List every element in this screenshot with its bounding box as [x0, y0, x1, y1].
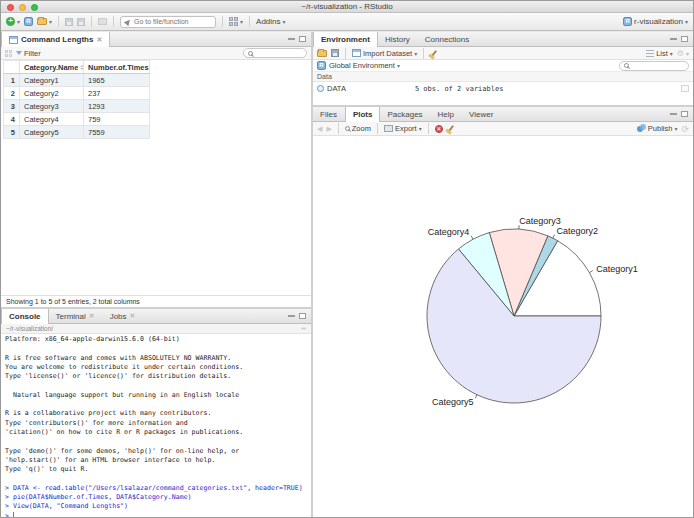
new-file-button[interactable]: +▾ [6, 17, 20, 26]
next-plot-icon[interactable]: ▶ [326, 125, 331, 133]
save-all-button[interactable] [77, 18, 85, 26]
column-header-category-name[interactable]: Category.Name [20, 61, 84, 74]
save-button[interactable] [65, 18, 73, 26]
console-command-line: > View(DATA, "Command Lengths") [5, 502, 307, 511]
addins-label: Addins [256, 17, 280, 26]
project-menu-button[interactable]: Rr-visualization▾ [623, 17, 688, 26]
console-path-bar: ~/r-visualization/ ✎ [1, 324, 311, 334]
tab-jobs[interactable]: Jobs✕ [103, 309, 144, 323]
environment-object-row[interactable]: DATA 5 obs. of 2 variables [313, 82, 693, 95]
remove-plot-icon[interactable]: ✕ [435, 125, 443, 133]
import-dataset-button[interactable]: Import Dataset▾ [352, 49, 417, 58]
pane-buttons [288, 309, 311, 323]
refresh-menu-button[interactable]: ⚙▾ [677, 49, 689, 58]
tab-terminal[interactable]: Terminal✕ [49, 309, 103, 323]
console-output-line: Type 'license()' or 'licence()' for dist… [5, 372, 307, 381]
environment-pane: Environment History Connections Import D… [313, 32, 693, 105]
maximize-pane-icon[interactable] [299, 313, 306, 319]
environment-scope-button[interactable]: Global Environment▾ [329, 61, 400, 70]
maximize-pane-icon[interactable] [681, 111, 688, 117]
chevron-down-icon: ▾ [240, 18, 243, 25]
minimize-window-button[interactable] [19, 4, 26, 11]
toolbar-separator [423, 48, 424, 59]
console-output-line: Natural language support but running in … [5, 391, 307, 400]
goto-file-function-box[interactable] [120, 16, 216, 28]
publish-button[interactable]: Publish▾ [637, 124, 678, 133]
list-view-button[interactable]: List▾ [646, 49, 673, 58]
tab-help[interactable]: Help [431, 107, 462, 121]
publish-icon [637, 124, 646, 133]
close-window-button[interactable] [7, 4, 14, 11]
filter-button[interactable]: Filter [16, 49, 41, 58]
table-icon [9, 36, 18, 44]
open-file-button[interactable]: ▾ [37, 18, 52, 25]
tab-console[interactable]: Console [1, 309, 49, 324]
environment-section-header: Data [313, 72, 693, 82]
refresh-plot-icon[interactable]: ⟳ [681, 124, 689, 134]
tab-history[interactable]: History [378, 32, 418, 46]
maximize-pane-icon[interactable] [681, 36, 688, 42]
close-icon[interactable]: ✕ [130, 312, 136, 320]
goto-file-function-input[interactable] [134, 18, 211, 25]
table-row[interactable]: 1Category11965 [4, 74, 150, 87]
chevron-down-icon: ▾ [283, 18, 286, 25]
pane-layout-button[interactable]: ▾ [229, 17, 243, 26]
console-output-line: R is a collaborative project with many c… [5, 409, 307, 418]
new-project-button[interactable]: R [24, 17, 33, 26]
toolbar-separator [377, 123, 378, 134]
chevron-down-icon: ▾ [670, 50, 673, 57]
working-directory[interactable]: ~/r-visualization/ [6, 325, 53, 332]
previous-plot-icon[interactable]: ◀ [317, 125, 322, 133]
console-output-line: 'help.start()' for an HTML browser inter… [5, 456, 307, 465]
table-row[interactable]: 3Category31293 [4, 100, 150, 113]
import-dataset-icon [352, 49, 361, 57]
zoom-window-button[interactable] [31, 4, 38, 11]
goto-arrow-icon [124, 17, 132, 25]
table-row[interactable]: 5Category57559 [4, 126, 150, 139]
tab-packages[interactable]: Packages [380, 107, 430, 121]
viewer-status: Showing 1 to 5 of 5 entries, 2 total col… [1, 295, 311, 307]
table-row[interactable]: 2Category2237 [4, 87, 150, 100]
tab-connections[interactable]: Connections [418, 32, 477, 46]
load-workspace-button[interactable] [317, 50, 327, 57]
zoom-plot-button[interactable]: Zoom [345, 124, 371, 133]
tab-files[interactable]: Files [313, 107, 345, 121]
console-output-line: R is free software and comes with ABSOLU… [5, 354, 307, 363]
environment-search-box[interactable] [619, 61, 689, 71]
console-output-line: Type 'demo()' for some demos, 'help()' f… [5, 447, 307, 456]
tab-command-lengths[interactable]: Command Lengths ✕ [1, 32, 110, 47]
column-header-number-of-times[interactable]: Number.of.Times [84, 61, 150, 74]
plots-toolbar: ◀ ▶ Zoom Export▾ ✕ Publish▾ ⟳ [313, 122, 693, 136]
addins-button[interactable]: Addins▾ [256, 17, 285, 26]
viewer-search-box[interactable] [243, 48, 307, 58]
plot-area: Category1Category2Category3Category4Cate… [313, 136, 693, 517]
search-icon [248, 51, 253, 56]
pie-label: Category4 [428, 227, 470, 237]
minimize-pane-icon[interactable] [288, 315, 295, 317]
project-label: r-visualization [634, 17, 683, 26]
view-object-button[interactable] [681, 85, 689, 92]
tab-viewer[interactable]: Viewer [462, 107, 501, 121]
print-button[interactable] [98, 18, 107, 25]
minimize-pane-icon[interactable] [670, 113, 677, 115]
minimize-pane-icon[interactable] [670, 38, 677, 40]
popout-button[interactable] [5, 50, 12, 57]
clear-all-plots-icon[interactable] [448, 125, 454, 132]
minimize-pane-icon[interactable] [288, 38, 295, 40]
clear-workspace-icon[interactable] [431, 50, 437, 57]
object-name: DATA [327, 84, 346, 93]
table-row[interactable]: 4Category4759 [4, 113, 150, 126]
toolbar-separator [338, 123, 339, 134]
close-icon[interactable]: ✕ [96, 36, 102, 44]
save-workspace-button[interactable] [331, 49, 339, 57]
close-icon[interactable]: ✕ [89, 312, 95, 320]
environment-scope-row: R Global Environment▾ [313, 60, 693, 72]
export-plot-button[interactable]: Export▾ [384, 124, 422, 133]
pie-label: Category3 [519, 216, 561, 226]
toolbar-separator [249, 16, 250, 27]
tab-environment[interactable]: Environment [313, 32, 378, 47]
tab-plots[interactable]: Plots [345, 107, 381, 122]
console-output[interactable]: Platform: x86_64-apple-darwin15.6.0 (64-… [1, 334, 311, 517]
new-file-icon: + [6, 17, 15, 26]
maximize-pane-icon[interactable] [299, 36, 306, 42]
